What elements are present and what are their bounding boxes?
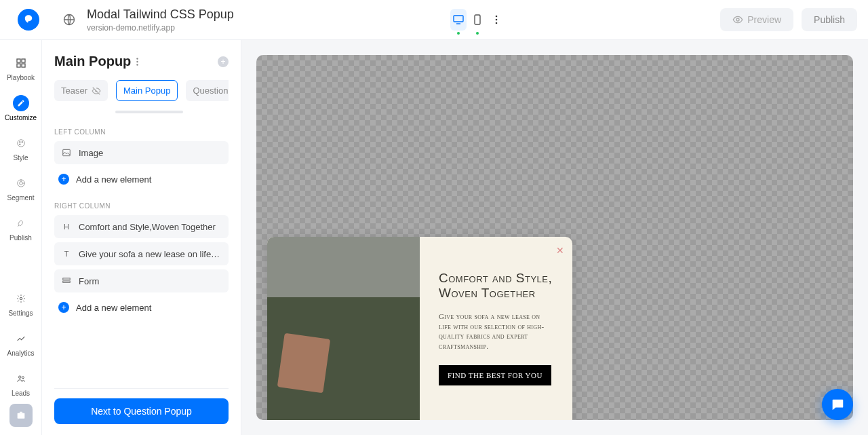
- svg-point-5: [495, 22, 497, 24]
- customize-icon: [13, 95, 29, 111]
- panel-add-button[interactable]: +: [218, 56, 229, 67]
- publish-button[interactable]: Publish: [802, 8, 857, 31]
- popup-close-button[interactable]: ✕: [556, 245, 564, 256]
- svg-point-6: [736, 18, 739, 21]
- right-column-label: RIGHT COLUMN: [54, 202, 229, 210]
- popup-preview: ✕ Comfort and Style, Woven Together Give…: [267, 237, 572, 420]
- canvas-preview[interactable]: ✕ Comfort and Style, Woven Together Give…: [256, 55, 853, 420]
- publish-icon: [13, 215, 29, 231]
- playbook-icon: [13, 55, 29, 71]
- svg-point-16: [19, 182, 22, 185]
- tabs-scrollbar[interactable]: [115, 111, 183, 113]
- svg-rect-24: [63, 278, 71, 280]
- chat-icon: [830, 397, 845, 412]
- svg-rect-8: [22, 59, 25, 62]
- nav-customize[interactable]: Customize: [0, 88, 41, 128]
- svg-point-17: [20, 297, 22, 300]
- nav-publish[interactable]: Publish: [0, 208, 41, 248]
- form-icon: [61, 276, 72, 286]
- svg-point-18: [18, 376, 21, 379]
- nav-segment[interactable]: Segment: [0, 168, 41, 208]
- preview-button[interactable]: Preview: [720, 8, 793, 31]
- tab-question-popup[interactable]: Question Po...: [186, 80, 229, 101]
- canvas: ✕ Comfort and Style, Woven Together Give…: [241, 40, 868, 435]
- segment-icon: [13, 175, 29, 191]
- nav-briefcase-button[interactable]: [9, 404, 33, 427]
- add-element-right[interactable]: + Add a new element: [54, 297, 229, 318]
- nav-style[interactable]: Style: [0, 128, 41, 168]
- nav-playbook[interactable]: Playbook: [0, 48, 41, 88]
- element-image[interactable]: Image: [54, 141, 229, 164]
- status-dot: [457, 32, 460, 35]
- brand-logo[interactable]: [18, 9, 39, 31]
- divider: [54, 388, 229, 389]
- svg-point-12: [19, 141, 20, 143]
- svg-rect-10: [22, 64, 25, 67]
- panel-more-icon[interactable]: [136, 58, 138, 66]
- style-icon: [13, 135, 29, 151]
- svg-rect-1: [454, 16, 463, 22]
- page-subtitle: version-demo.netlify.app: [87, 23, 234, 33]
- svg-rect-25: [63, 281, 71, 282]
- page-title: Modal Tailwind CSS Popup: [87, 7, 234, 22]
- desktop-icon: [453, 15, 464, 24]
- svg-point-13: [21, 141, 22, 143]
- svg-point-3: [495, 16, 497, 18]
- nav-settings[interactable]: Settings: [0, 284, 41, 324]
- popup-cta-button[interactable]: FIND THE BEST FOR YOU: [439, 365, 551, 385]
- mobile-icon: [474, 14, 481, 25]
- popup-heading: Comfort and Style, Woven Together: [439, 271, 553, 301]
- eye-off-icon: [92, 86, 101, 96]
- popup-body: Give your sofa a new lease on life with …: [439, 311, 553, 352]
- popup-image: [267, 237, 420, 420]
- nav-analytics[interactable]: Analytics: [0, 324, 41, 364]
- tab-teaser[interactable]: Teaser: [54, 80, 108, 101]
- settings-icon: [13, 290, 29, 307]
- eye-icon: [732, 14, 743, 25]
- text-icon: T: [61, 248, 72, 259]
- tab-main-popup[interactable]: Main Popup: [116, 80, 178, 101]
- svg-point-21: [137, 60, 138, 62]
- svg-point-19: [22, 377, 24, 379]
- status-dot: [476, 32, 479, 35]
- svg-point-20: [137, 58, 138, 59]
- element-text[interactable]: T Give your sofa a new lease on life wit…: [54, 242, 229, 265]
- svg-point-11: [17, 140, 24, 147]
- briefcase-icon: [16, 410, 26, 421]
- device-more-button[interactable]: [488, 9, 505, 31]
- left-column-label: LEFT COLUMN: [54, 128, 229, 136]
- analytics-icon: [13, 330, 29, 347]
- add-element-left[interactable]: + Add a new element: [54, 168, 229, 190]
- plus-icon: +: [58, 302, 69, 313]
- nav-leads[interactable]: Leads: [0, 364, 41, 404]
- svg-rect-9: [17, 64, 20, 67]
- panel-title: Main Popup: [54, 54, 131, 69]
- device-mobile-button[interactable]: [469, 9, 486, 31]
- logo-icon: [22, 14, 35, 26]
- leads-icon: [13, 371, 29, 387]
- plus-icon: +: [58, 174, 69, 185]
- chat-fab[interactable]: [822, 389, 853, 420]
- globe-icon[interactable]: [60, 10, 79, 29]
- svg-rect-2: [475, 15, 480, 24]
- svg-rect-7: [17, 59, 20, 62]
- svg-point-14: [19, 144, 20, 145]
- svg-point-22: [137, 64, 138, 65]
- image-icon: [61, 147, 72, 158]
- svg-point-4: [495, 19, 497, 21]
- pillow-graphic: [277, 333, 330, 394]
- next-button[interactable]: Next to Question Popup: [54, 398, 229, 424]
- more-vertical-icon: [495, 15, 498, 24]
- device-desktop-button[interactable]: [450, 9, 467, 31]
- element-form[interactable]: Form: [54, 269, 229, 292]
- heading-icon: H: [61, 221, 72, 232]
- element-heading[interactable]: H Comfort and Style,Woven Together: [54, 215, 229, 238]
- svg-rect-23: [63, 149, 71, 155]
